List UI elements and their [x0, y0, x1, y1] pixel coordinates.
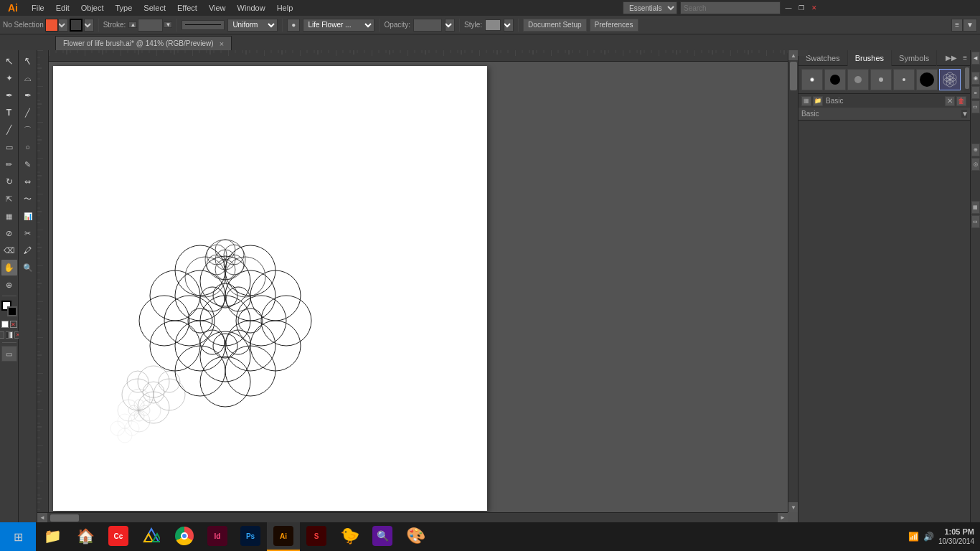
preferences-button[interactable]: Preferences [590, 19, 639, 32]
brush-item-dot-large[interactable] [916, 69, 938, 90]
fill-stroke-indicator[interactable] [1, 301, 17, 316]
slice-tool[interactable]: ⊘ [1, 225, 17, 241]
stroke-down-btn[interactable]: ▼ [164, 22, 172, 28]
brushes-tab[interactable]: Brushes [848, 50, 892, 66]
search-input[interactable] [680, 1, 781, 14]
canvas-area[interactable]: ▲ ▼ ◄ ► [37, 50, 798, 522]
eraser-tool[interactable]: ⌫ [1, 242, 17, 258]
taskbar-home[interactable]: 🏠 [69, 522, 102, 551]
taskbar-gdrive[interactable] [135, 522, 168, 551]
panel-arrow-top[interactable]: ◀ [971, 52, 980, 65]
color-mode-gradient[interactable] [6, 331, 13, 339]
opacity-dropdown[interactable]: ▼ [445, 19, 455, 32]
taskbar-indesign[interactable]: Id [201, 522, 234, 551]
rect-tool[interactable]: ▭ [1, 139, 17, 155]
brush-item-dot-gray2[interactable] [870, 69, 892, 90]
brush-panel-scrollbar[interactable] [964, 66, 970, 93]
brush-select[interactable]: Life Flower ... [303, 19, 374, 32]
panel-color-icon[interactable]: ◉ [971, 72, 980, 85]
stroke-style-select[interactable]: Uniform [227, 19, 278, 32]
menu-effect[interactable]: Effect [171, 0, 203, 16]
style-select[interactable]: ▼ [504, 19, 514, 32]
column-graph-tool[interactable]: 📊 [20, 208, 36, 224]
menu-edit[interactable]: Edit [50, 0, 75, 16]
restore-button[interactable]: ❐ [796, 3, 806, 13]
graph-tool[interactable]: ▦ [1, 208, 17, 224]
library-mode-icon[interactable]: ▦ [801, 96, 811, 106]
brush-item-flower[interactable] [939, 69, 961, 90]
scroll-right-arrow[interactable]: ► [778, 513, 788, 523]
menu-type[interactable]: Type [110, 0, 138, 16]
rotate-tool[interactable]: ↻ [1, 174, 17, 189]
taskbar-illustrator[interactable]: Ai [267, 522, 300, 551]
scroll-thumb-h[interactable] [50, 514, 79, 522]
stroke-style-preview[interactable] [182, 20, 225, 30]
panel-expand-icon[interactable]: ▶▶ [943, 54, 960, 62]
line-tool[interactable]: ╱ [1, 122, 17, 138]
brush-item-dot-white[interactable] [801, 69, 823, 90]
document-setup-button[interactable]: Document Setup [523, 19, 587, 32]
start-button[interactable]: ⊞ [0, 522, 36, 551]
stroke-box[interactable] [70, 19, 83, 32]
document-tab[interactable]: Flower of life brush.ai* @ 141% (RGB/Pre… [55, 36, 232, 50]
pen-tool[interactable]: ✒ [1, 88, 17, 103]
panel-layers-icon[interactable]: ▦ [971, 201, 980, 214]
menu-view[interactable]: View [203, 0, 232, 16]
stroke-type-select[interactable]: ▼ [84, 19, 94, 32]
taskbar-acrobat[interactable]: S [300, 522, 333, 551]
artboard-tool[interactable]: ▭ [1, 346, 17, 362]
canvas-document[interactable] [53, 66, 487, 511]
panel-stroke-icon[interactable]: ▭ [971, 100, 980, 113]
brush-item-dot-gray1[interactable] [847, 69, 869, 90]
taskbar-color-app[interactable]: 🎨 [399, 522, 432, 551]
scroll-down-arrow[interactable]: ▼ [788, 502, 798, 512]
horizontal-scrollbar[interactable]: ◄ ► [37, 512, 788, 522]
opacity-input[interactable]: 100% [413, 19, 442, 32]
area-type-tool[interactable]: ╱ [20, 105, 36, 121]
scroll-up-arrow[interactable]: ▲ [788, 50, 798, 60]
arrange-button[interactable]: ≡ [951, 19, 963, 32]
paintbrush-tool[interactable]: ✏ [1, 156, 17, 172]
reflect-tool[interactable]: ⇔ [20, 174, 36, 189]
brush-item-dot-light[interactable] [893, 69, 915, 90]
new-brush-button[interactable]: ✕ [945, 96, 955, 106]
scale-tool[interactable]: ⇱ [1, 191, 17, 207]
type-tool[interactable]: T [1, 105, 17, 121]
folder-icon[interactable]: 📁 [813, 96, 823, 106]
hand-tool[interactable]: ✋ [1, 260, 17, 276]
taskbar-search-app[interactable]: 🔍 [366, 522, 399, 551]
menu-help[interactable]: Help [271, 0, 299, 16]
ellipse-tool[interactable]: ○ [20, 139, 36, 155]
delete-brush-button[interactable]: 🗑 [956, 96, 966, 106]
add-anchor-tool[interactable]: ✒ [20, 88, 36, 103]
vertical-scrollbar[interactable]: ▲ ▼ [788, 50, 798, 512]
essentials-dropdown[interactable]: Essentials [623, 1, 677, 14]
zoom-tool[interactable]: ⊕ [1, 277, 17, 293]
stroke-up-btn[interactable]: ▲ [128, 22, 137, 28]
panel-appearance-icon[interactable]: ≡ [971, 86, 980, 99]
fill-type-select[interactable]: ▼ [58, 19, 68, 32]
close-button[interactable]: ✕ [809, 3, 819, 13]
brush-scroll-right[interactable]: ▼ [961, 110, 967, 118]
selection-tool[interactable]: ↖ [1, 53, 17, 69]
symbols-tab[interactable]: Symbols [892, 50, 937, 66]
taskbar-creative-cloud[interactable]: Cc [102, 522, 135, 551]
direct-selection-tool[interactable]: ↖ [18, 52, 37, 71]
scroll-left-arrow[interactable]: ◄ [37, 513, 47, 523]
fill-color-swatch[interactable] [45, 19, 58, 32]
scissors-tool[interactable]: ✂ [20, 225, 36, 241]
eyedropper-tool[interactable]: 🖍 [20, 242, 36, 258]
tab-close-icon[interactable]: × [220, 39, 224, 48]
panel-artboard-icon[interactable]: ▭ [971, 215, 980, 228]
panel-eye-icon[interactable]: ◎ [971, 158, 980, 171]
panel-toggle-button[interactable]: ▼ [963, 19, 977, 32]
menu-file[interactable]: File [26, 0, 50, 16]
magic-wand-tool[interactable]: ✦ [1, 70, 17, 86]
taskbar-explorer[interactable]: 📁 [36, 522, 69, 551]
arc-tool[interactable]: ⌒ [20, 122, 36, 138]
taskbar-photoshop[interactable]: Ps [234, 522, 267, 551]
stroke-value-input[interactable]: 1 pt [138, 19, 163, 32]
pencil-tool[interactable]: ✎ [20, 156, 36, 172]
lasso-tool[interactable]: ⌓ [20, 70, 36, 86]
menu-window[interactable]: Window [232, 0, 271, 16]
